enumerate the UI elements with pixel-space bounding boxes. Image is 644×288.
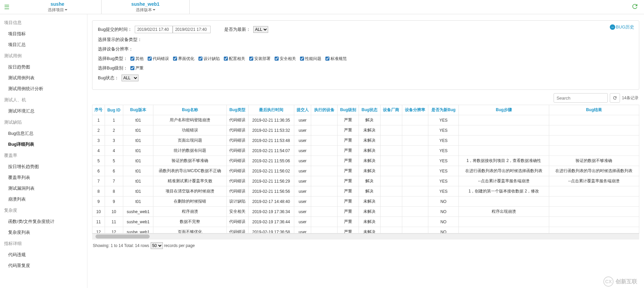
table-row[interactable]: 55t01验证的数据不够准确代码错误2019-02-21 11:55:06use… (92, 156, 639, 166)
table-row[interactable]: 11t01用户名和密码登陆崩溃代码错误2019-02-21 11:36:35us… (92, 115, 639, 125)
bug-type-checkbox[interactable]: 代码错误 (148, 56, 169, 62)
date-from-input[interactable] (135, 26, 173, 33)
table-cell (311, 217, 338, 227)
filter-panel: → BUG历史 Bug提交的时间： 是否为最新： ALL 选择显示的设备类型： … (92, 20, 639, 90)
sidebar-item[interactable]: 崩溃列表 (0, 194, 87, 205)
sidebar-item[interactable]: 按日趋势图 (0, 62, 87, 73)
bug-type-checkbox[interactable]: 配置相关 (224, 56, 245, 62)
sidebar-item[interactable]: 测试环境汇总 (0, 106, 87, 117)
table-cell: 代码错误 (227, 186, 248, 197)
table-reload-button[interactable] (610, 93, 620, 103)
sidebar-item[interactable]: 测试用例列表 (0, 73, 87, 83)
table-header[interactable]: Bug类型 (227, 105, 248, 115)
table-header[interactable]: Bug级别 (337, 105, 359, 115)
version-sub[interactable]: 选择版本 (136, 7, 155, 13)
sidebar-item[interactable]: 代码重复度 (0, 260, 87, 271)
table-header[interactable]: Bug名称 (153, 105, 227, 115)
sidebar-item[interactable]: 项目指标 (0, 28, 87, 39)
table-row[interactable]: 1111sushe_web1数据不完整代码错误2019-02-19 17:36:… (92, 217, 639, 227)
bug-type-checkbox[interactable]: 性能问题 (300, 56, 321, 62)
table-header[interactable]: 设备分辨率 (402, 105, 428, 115)
sidebar-item[interactable]: 代码违规 (0, 249, 87, 260)
sidebar-item[interactable]: Bug信息汇总 (0, 128, 87, 139)
checkbox[interactable] (224, 57, 228, 61)
table-row[interactable]: 99t01在删除的时候报错设计缺陷2019-02-17 14:48:40user… (92, 197, 639, 207)
bug-type-checkbox[interactable]: 其他 (130, 56, 144, 62)
bug-type-checkbox[interactable]: 安全相关 (275, 56, 296, 62)
bug-type-checkbox[interactable]: 设计缺陷 (198, 56, 220, 62)
table-header[interactable]: 序号 (92, 105, 105, 115)
table-row[interactable]: 22t01功能错误代码错误2019-02-21 11:53:32user严重未解… (92, 125, 639, 136)
version-tab[interactable]: sushe_web1 选择版本 (102, 0, 190, 14)
table-header[interactable]: 设备厂商 (380, 105, 402, 115)
table-row[interactable]: 44t01统计的数据有问题代码错误2019-02-21 11:54:07user… (92, 146, 639, 156)
table-cell: 严重 (337, 197, 359, 207)
bug-type-checkbox[interactable]: 标准规范 (325, 56, 347, 62)
table-row[interactable]: 88t01项目在清空版本的时候崩溃代码错误2019-02-21 11:56:56… (92, 186, 639, 197)
table-header[interactable]: 提交人 (294, 105, 311, 115)
table-header[interactable]: Bug结果 (549, 105, 639, 115)
bug-history-link[interactable]: → BUG历史 (610, 24, 634, 30)
table-cell: 2019-02-21 11:56:02 (248, 166, 294, 176)
sidebar-item[interactable]: 项目汇总 (0, 39, 87, 50)
table-cell (311, 125, 338, 136)
project-tab[interactable]: sushe 选择项目 (14, 0, 102, 14)
chevron-down-icon (65, 9, 67, 11)
table-cell: 2019-02-21 11:56:56 (248, 186, 294, 197)
table-header[interactable]: 是否为新Bug (428, 105, 459, 115)
checkbox[interactable] (198, 57, 202, 61)
checkbox[interactable] (148, 57, 152, 61)
table-header[interactable]: Bug版本 (123, 105, 153, 115)
table-cell (311, 227, 338, 234)
menu-icon[interactable]: ☰ (0, 0, 14, 14)
table-cell: 9 (105, 197, 123, 207)
sidebar-item[interactable]: 按日增长趋势图 (0, 161, 87, 172)
sidebar-item[interactable]: 测试用例统计分析 (0, 83, 87, 94)
table-row[interactable]: 1010sushe_web1程序崩溃安全相关2019-02-19 17:36:3… (92, 207, 639, 217)
latest-select[interactable]: ALL (253, 26, 268, 33)
table-cell (402, 227, 428, 234)
sidebar-item[interactable]: Bug详细列表 (0, 139, 87, 150)
table-cell: 5 (92, 156, 105, 166)
date-to-input[interactable] (173, 26, 211, 33)
sidebar-item[interactable]: 复杂度列表 (0, 227, 87, 238)
device-res-label: 选择设备分辨率： (98, 46, 133, 52)
scrollbar-thumb[interactable] (95, 234, 150, 239)
checkbox[interactable] (300, 57, 304, 61)
bug-type-checkbox[interactable]: 安装部署 (249, 56, 271, 62)
project-sub[interactable]: 选择项目 (48, 7, 67, 13)
table-header[interactable]: 执行的设备 (311, 105, 338, 115)
table-cell: 严重 (337, 186, 359, 197)
table-wrap[interactable]: 序号Bug IDBug版本Bug名称Bug类型最后执行时间提交人执行的设备Bug… (92, 105, 639, 233)
bug-level-checkbox[interactable]: 严重 (130, 65, 144, 71)
table-cell (459, 115, 549, 125)
search-input[interactable] (554, 93, 608, 103)
checkbox[interactable] (130, 66, 134, 70)
table-header[interactable]: 最后执行时间 (248, 105, 294, 115)
table-row[interactable]: 77t01精准测试累计覆盖率失败代码错误2019-02-21 11:56:29u… (92, 176, 639, 186)
table-row[interactable]: 1212sushe_web1页面不够优化代码错误2019-02-19 17:36… (92, 227, 639, 234)
table-header[interactable]: Bug状态 (359, 105, 380, 115)
table-row[interactable]: 33t01页面出现问题代码错误2019-02-21 11:53:48user严重… (92, 136, 639, 146)
checkbox[interactable] (130, 57, 134, 61)
checkbox[interactable] (325, 57, 329, 61)
table-cell: 严重 (337, 176, 359, 186)
table-cell: YES (428, 115, 459, 125)
sidebar-item[interactable]: 覆盖率列表 (0, 172, 87, 183)
refresh-icon[interactable] (631, 3, 639, 11)
checkbox[interactable] (275, 57, 279, 61)
table-cell (549, 136, 639, 146)
sidebar-item[interactable]: 测试漏洞列表 (0, 183, 87, 194)
table-header[interactable]: Bug ID (105, 105, 123, 115)
bug-type-checkbox[interactable]: 界面优化 (173, 56, 194, 62)
checkbox[interactable] (173, 57, 177, 61)
sidebar-item[interactable]: 函数/类/文件复杂度统计 (0, 216, 87, 227)
checkbox[interactable] (249, 57, 253, 61)
page-size-select[interactable]: 50 (151, 242, 163, 249)
table-header[interactable]: Bug步骤 (459, 105, 549, 115)
table-row[interactable]: 66t01函数列表的导出MC/DC数据不正确代码错误2019-02-21 11:… (92, 166, 639, 176)
horizontal-scrollbar[interactable] (92, 233, 639, 240)
version-title: sushe_web1 (131, 1, 159, 7)
bug-state-select[interactable]: ALL (122, 75, 138, 81)
table-cell (380, 186, 402, 197)
